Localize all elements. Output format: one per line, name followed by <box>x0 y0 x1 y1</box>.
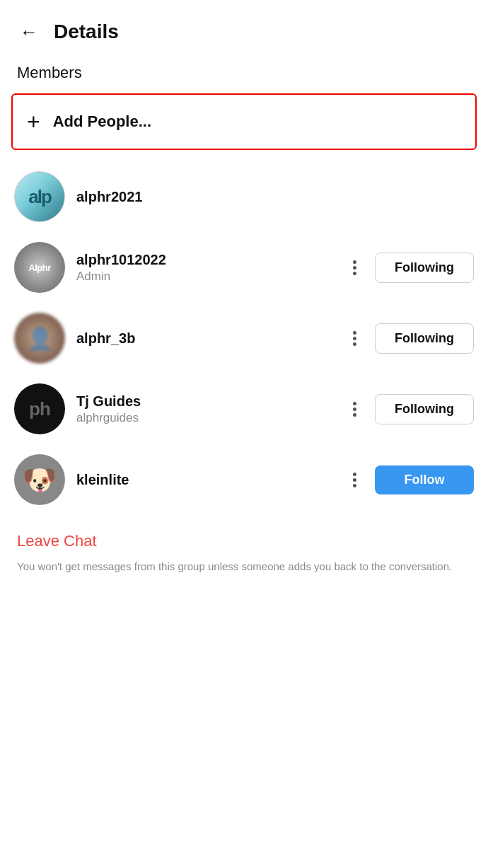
leave-chat-description: You won't get messages from this group u… <box>0 559 488 603</box>
following-button-alphr1012022[interactable]: Following <box>375 253 474 283</box>
following-button-alphr3b[interactable]: Following <box>375 323 474 354</box>
avatar-alphr2021: alp <box>14 171 65 222</box>
member-row-alphr3b[interactable]: 👤alphr_3bFollowing <box>0 303 488 374</box>
leave-chat-button[interactable]: Leave Chat <box>0 515 488 559</box>
avatar-tjguides: ph <box>14 383 65 434</box>
more-button-tjguides[interactable] <box>346 399 364 419</box>
member-name-kleinlite: kleinlite <box>76 472 335 488</box>
member-row-alphr2021[interactable]: alpalphr2021 <box>0 161 488 232</box>
member-info-kleinlite: kleinlite <box>76 472 335 488</box>
add-people-button[interactable]: + Add People... <box>11 93 477 150</box>
member-name-alphr2021: alphr2021 <box>76 189 474 205</box>
following-button-tjguides[interactable]: Following <box>375 394 474 424</box>
member-sub-tjguides: alphrguides <box>76 411 335 425</box>
add-people-label: Add People... <box>53 112 151 131</box>
avatar-alphr1012022: Alphr <box>14 242 65 293</box>
member-info-alphr1012022: alphr1012022Admin <box>76 252 335 284</box>
avatar-kleinlite: 🐶 <box>14 454 65 505</box>
member-name-alphr3b: alphr_3b <box>76 330 335 347</box>
member-name-alphr1012022: alphr1012022 <box>76 252 335 268</box>
avatar-alphr3b: 👤 <box>14 313 65 364</box>
add-icon: + <box>27 110 40 133</box>
follow-button-kleinlite[interactable]: Follow <box>375 465 474 494</box>
header: ← Details <box>0 0 488 57</box>
member-info-tjguides: Tj Guidesalphrguides <box>76 393 335 425</box>
member-row-alphr1012022[interactable]: Alphralphr1012022AdminFollowing <box>0 232 488 303</box>
member-row-kleinlite[interactable]: 🐶kleinliteFollow <box>0 444 488 515</box>
page-title: Details <box>54 21 119 43</box>
more-button-alphr3b[interactable] <box>346 328 364 349</box>
member-name-tjguides: Tj Guides <box>76 393 335 410</box>
members-label: Members <box>0 57 488 93</box>
members-list: alpalphr2021Alphralphr1012022AdminFollow… <box>0 161 488 515</box>
more-button-alphr1012022[interactable] <box>346 257 364 278</box>
back-button[interactable]: ← <box>17 20 41 44</box>
member-row-tjguides[interactable]: phTj GuidesalphrguidesFollowing <box>0 374 488 444</box>
more-button-kleinlite[interactable] <box>346 470 364 490</box>
member-info-alphr2021: alphr2021 <box>76 189 474 205</box>
member-sub-alphr1012022: Admin <box>76 270 335 284</box>
member-info-alphr3b: alphr_3b <box>76 330 335 347</box>
